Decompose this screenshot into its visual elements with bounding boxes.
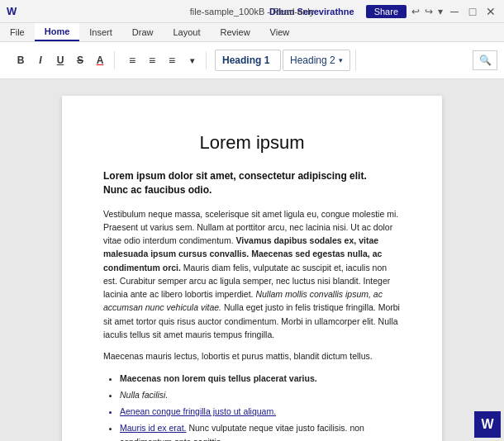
app-icon: W — [7, 5, 17, 17]
share-button[interactable]: Share — [366, 5, 407, 18]
underline-button[interactable]: U — [51, 51, 69, 69]
document-title: Lorem ipsum — [103, 129, 401, 156]
paragraph-group: ≡ ≡ ≡ ▾ — [118, 51, 207, 69]
bold-button[interactable]: B — [12, 51, 30, 69]
minimize-button[interactable]: ─ — [448, 5, 461, 18]
document-body1: Vestibulum neque massa, scelerisque sit … — [103, 207, 401, 342]
tab-home[interactable]: Home — [35, 23, 80, 41]
heading1-label: Heading 1 — [222, 55, 269, 66]
search-icon: 🔍 — [479, 55, 492, 66]
bullets-button[interactable]: ≡ — [123, 51, 141, 69]
list-item: Aenean congue fringilla justo ut aliquam… — [120, 405, 401, 418]
font-group: B I U S A — [7, 51, 115, 69]
office-icon: W — [474, 411, 501, 438]
title-bar: W file-sample_100kB - Read-only Dilum Se… — [0, 0, 504, 23]
office-logo: W — [481, 417, 493, 432]
font-color-button[interactable]: A — [91, 51, 109, 69]
indent-button[interactable]: ≡ — [163, 51, 181, 69]
list-item: Nulla facilisi. — [120, 388, 401, 401]
redo-icon[interactable]: ↪ — [425, 6, 433, 17]
document-body2: Maecenas mauris lectus, lobortis et puru… — [103, 349, 401, 363]
numbering-button[interactable]: ≡ — [143, 51, 161, 69]
search-area: 🔍 — [473, 50, 497, 70]
title-bar-filename: file-sample_100kB - Read-only — [190, 7, 314, 17]
italic-button[interactable]: I — [31, 51, 50, 69]
undo-icon[interactable]: ↩ — [411, 6, 420, 17]
list-item: Maecenas non lorem quis tellus placerat … — [120, 372, 401, 385]
subtitle-line1: Lorem ipsum dolor sit amet, consectetur … — [103, 170, 367, 182]
document-page: Lorem ipsum Lorem ipsum dolor sit amet, … — [62, 96, 442, 441]
maximize-button[interactable]: □ — [466, 5, 479, 18]
heading2-label: Heading 2 — [290, 55, 335, 66]
tab-view[interactable]: View — [260, 23, 300, 41]
ribbon-tabs: File Home Insert Draw Layout Review View — [0, 23, 504, 42]
subtitle-line2: Nunc ac faucibus odio. — [103, 184, 212, 196]
bullet-list: Maecenas non lorem quis tellus placerat … — [120, 372, 401, 441]
ribbon-content: B I U S A ≡ ≡ ≡ ▾ Heading 1 Heading 2 ▾ — [0, 42, 504, 78]
heading2-dropdown-icon: ▾ — [339, 56, 343, 64]
heading2-style[interactable]: Heading 2 ▾ — [283, 50, 350, 71]
customize-icon[interactable]: ▾ — [438, 6, 443, 17]
list-item: Mauris id ex erat. Nunc vulputate neque … — [120, 421, 401, 441]
tab-layout[interactable]: Layout — [163, 23, 210, 41]
tab-file[interactable]: File — [0, 23, 35, 41]
strikethrough-button[interactable]: S — [71, 51, 89, 69]
styles-group: Heading 1 Heading 2 ▾ — [210, 50, 356, 71]
tab-insert[interactable]: Insert — [79, 23, 122, 41]
close-button[interactable]: ✕ — [484, 5, 497, 18]
heading1-style[interactable]: Heading 1 — [215, 50, 281, 71]
tab-review[interactable]: Review — [211, 23, 260, 41]
tab-draw[interactable]: Draw — [122, 23, 164, 41]
paragraph-options-button[interactable]: ▾ — [183, 51, 201, 69]
title-bar-left: W — [7, 5, 17, 17]
list-item-link: Mauris id ex erat. — [120, 423, 187, 433]
document-subtitle: Lorem ipsum dolor sit amet, consectetur … — [103, 169, 401, 197]
ribbon: File Home Insert Draw Layout Review View… — [0, 23, 504, 79]
document-container: Lorem ipsum Lorem ipsum dolor sit amet, … — [0, 79, 504, 441]
search-button[interactable]: 🔍 — [473, 50, 497, 70]
